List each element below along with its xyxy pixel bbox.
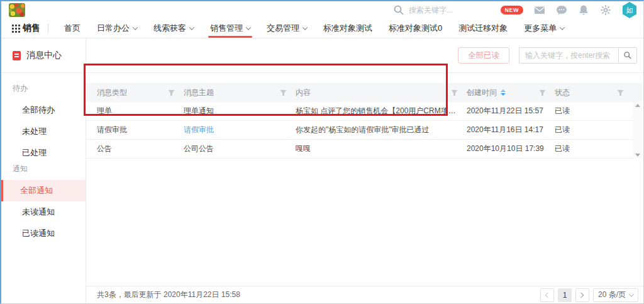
filter-funnel-icon[interactable] [451, 89, 458, 96]
sidebar: 消息中心 待办 全部待办 未处理 已处理 通知 全部通知 未读通知 已读通知 [1, 38, 86, 303]
chat-icon[interactable] [556, 4, 567, 16]
filter-funnel-icon[interactable] [280, 89, 287, 96]
page-title: 消息中心 [26, 50, 62, 61]
main-content: 全部已读 消息类型 消息主题 内容 [86, 38, 643, 303]
nav-item-trade-management[interactable]: 交易管理 [258, 19, 315, 38]
sidebar-item-processed[interactable]: 已处理 [1, 142, 86, 164]
nav-item-standard-object-test0[interactable]: 标准对象测试0 [380, 19, 450, 38]
nav-item-lead-acquisition[interactable]: 线索获客 [145, 19, 202, 38]
cell-create-time: 2020年11月22日 15:57 [467, 106, 555, 116]
sidebar-item-unread-notices[interactable]: 未读通知 [1, 201, 86, 223]
nav-item-home[interactable]: 首页 [56, 19, 89, 38]
cell-status: 已读 [555, 144, 633, 154]
search-icon [393, 4, 404, 16]
cell-message-subject-link[interactable]: 请假审批 [184, 125, 296, 135]
message-center-icon [13, 51, 21, 60]
table-row[interactable]: 公告 公司公告 嘎嘎 2020年10月10日 17:39 已读 [86, 140, 642, 159]
table-scrollbar[interactable] [633, 102, 642, 159]
gear-icon[interactable] [600, 4, 611, 16]
cell-status: 已读 [555, 106, 633, 116]
cell-message-type: 公告 [97, 144, 184, 154]
cell-status: 已读 [555, 125, 633, 135]
nav-item-standard-object-test[interactable]: 标准对象测试 [315, 19, 380, 38]
cell-message-type: 请假审批 [97, 125, 184, 135]
table-header-row: 消息类型 消息主题 内容 创建时间 状态 [86, 83, 642, 102]
col-header-content[interactable]: 内容 [296, 87, 311, 98]
chevron-down-icon [189, 25, 194, 30]
app-window: 搜索关键字... NEW 如 销售 首页 日常办公 线索获客 销售管理 交易管理… [0, 0, 644, 304]
empty-space [86, 159, 643, 286]
filter-funnel-icon[interactable] [617, 89, 624, 96]
global-search-placeholder: 搜索关键字... [409, 5, 453, 16]
cell-content: 你发起的"杨宝如的请假审批"审批已通过 [296, 125, 467, 135]
nav-item-daily-office[interactable]: 日常办公 [89, 19, 145, 38]
search-button[interactable] [618, 47, 637, 64]
sidebar-item-all-notices[interactable]: 全部通知 [1, 180, 86, 201]
chevron-right-icon [579, 292, 584, 297]
cell-create-time: 2020年11月16日 14:17 [467, 125, 555, 135]
scroll-down-icon[interactable] [635, 154, 640, 157]
chevron-down-icon [133, 25, 138, 30]
table-body: 理单 理单通知 杨宝如 点评了您的销售机会【200用户CRM项目】 2020年1… [86, 102, 642, 159]
table-row[interactable]: 请假审批 请假审批 你发起的"杨宝如的请假审批"审批已通过 2020年11月16… [86, 121, 642, 140]
record-summary: 共3条，最后更新于 2020年11月22日 15:58 [97, 290, 240, 300]
sort-arrows-icon[interactable] [501, 89, 506, 96]
sidebar-item-all-todo[interactable]: 全部待办 [1, 99, 86, 121]
scroll-up-icon[interactable] [635, 104, 640, 107]
pagination: 1 20 条/页 [540, 288, 638, 302]
mark-all-read-button[interactable]: 全部已读 [458, 47, 509, 64]
sidebar-item-read-notices[interactable]: 已读通知 [1, 223, 86, 244]
message-table: 消息类型 消息主题 内容 创建时间 状态 [86, 83, 642, 159]
topbar-actions: NEW 如 [501, 2, 638, 18]
table-search [519, 47, 637, 64]
sidebar-list: 待办 全部待办 未处理 已处理 通知 全部通知 未读通知 已读通知 [1, 73, 86, 244]
cell-message-type: 理单 [97, 106, 184, 116]
cell-message-subject: 公司公告 [184, 144, 296, 154]
table-row[interactable]: 理单 理单通知 杨宝如 点评了您的销售机会【200用户CRM项目】 2020年1… [86, 102, 642, 121]
mail-icon[interactable] [534, 4, 545, 16]
current-app-name[interactable]: 销售 [23, 23, 40, 34]
page-size-value: 20 条/页 [598, 290, 626, 300]
chevron-down-icon [560, 25, 565, 30]
chevron-down-icon [629, 291, 634, 296]
nav-divider [48, 24, 48, 33]
sidebar-section-notice: 通知 [1, 164, 86, 180]
page-size-select[interactable]: 20 条/页 [593, 288, 638, 302]
cell-message-subject: 理单通知 [184, 106, 296, 116]
nav-item-test-migration-object[interactable]: 测试迁移对象 [450, 19, 516, 38]
search-input[interactable] [519, 47, 618, 64]
col-header-create-time[interactable]: 创建时间 [467, 87, 497, 98]
next-page-button[interactable] [575, 288, 589, 302]
global-search[interactable]: 搜索关键字... [393, 4, 453, 16]
col-header-status[interactable]: 状态 [555, 87, 570, 98]
user-avatar[interactable]: 如 [622, 2, 637, 18]
nav-item-sales-management[interactable]: 销售管理 [202, 19, 258, 38]
prev-page-button[interactable] [540, 288, 554, 302]
filter-funnel-icon[interactable] [168, 89, 175, 96]
topbar: 搜索关键字... NEW 如 [1, 1, 643, 19]
cell-content: 嘎嘎 [296, 144, 467, 154]
app-grid-icon[interactable] [12, 25, 14, 26]
sidebar-section-todo: 待办 [1, 83, 86, 99]
nav-item-more-menu[interactable]: 更多菜单 [516, 19, 572, 38]
new-badge[interactable]: NEW [501, 6, 524, 14]
sidebar-item-unprocessed[interactable]: 未处理 [1, 121, 86, 142]
cell-content: 杨宝如 点评了您的销售机会【200用户CRM项目】 [296, 106, 467, 116]
filter-funnel-icon[interactable] [539, 89, 546, 96]
bell-icon[interactable] [578, 4, 589, 16]
company-logo[interactable] [9, 3, 25, 17]
chevron-left-icon [545, 292, 550, 297]
search-icon [623, 51, 632, 60]
sidebar-header: 消息中心 [1, 38, 86, 73]
cell-create-time: 2020年10月10日 17:39 [467, 144, 555, 154]
chevron-down-icon [246, 25, 251, 30]
current-page[interactable]: 1 [558, 288, 572, 302]
main-navbar: 销售 首页 日常办公 线索获客 销售管理 交易管理 标准对象测试 标准对象测试0… [1, 19, 643, 38]
col-header-message-type[interactable]: 消息类型 [97, 87, 127, 98]
table-footer: 共3条，最后更新于 2020年11月22日 15:58 1 20 条/页 [86, 286, 643, 303]
chevron-down-icon [303, 25, 308, 30]
toolbar: 全部已读 [86, 38, 643, 73]
col-header-message-subject[interactable]: 消息主题 [184, 87, 214, 98]
